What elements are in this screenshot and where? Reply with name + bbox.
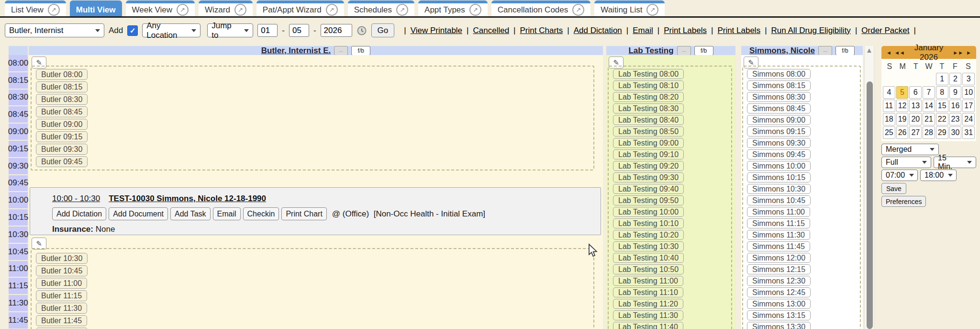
open-slot-button[interactable]: Simmons 08:30 bbox=[747, 92, 811, 102]
action-link[interactable]: Order Packet bbox=[851, 26, 910, 35]
calendar-day[interactable]: 18 bbox=[883, 113, 895, 125]
open-slot-button[interactable]: Lab Testing 11:10 bbox=[613, 287, 683, 297]
calendar-day[interactable]: 29 bbox=[936, 126, 948, 139]
open-slot-button[interactable]: Lab Testing 09:00 bbox=[613, 138, 684, 148]
provider-name-link[interactable]: Simmons, Nicole bbox=[749, 46, 815, 56]
open-slot-button[interactable]: Simmons 08:15 bbox=[747, 80, 811, 91]
zoom-select[interactable]: Full bbox=[881, 157, 931, 168]
external-link-icon[interactable]: ↗ bbox=[326, 4, 338, 16]
collapse-column-button[interactable]: – bbox=[818, 46, 832, 56]
open-slot-button[interactable]: Simmons 12:45 bbox=[747, 287, 811, 297]
external-link-icon[interactable]: ↗ bbox=[48, 4, 60, 16]
appointment-action-button[interactable]: Email bbox=[213, 207, 241, 220]
open-slot-button[interactable]: Simmons 09:45 bbox=[747, 149, 811, 159]
calendar-day[interactable]: 19 bbox=[896, 113, 909, 125]
day-end-select[interactable]: 18:00 bbox=[920, 170, 957, 181]
open-slot-button[interactable]: Simmons 10:45 bbox=[747, 195, 811, 205]
open-slot-button[interactable]: Butler 11:00 bbox=[36, 278, 87, 289]
open-slot-button[interactable]: Lab Testing 11:40 bbox=[613, 322, 683, 329]
clock-icon[interactable] bbox=[356, 25, 367, 36]
calendar-day[interactable]: 8 bbox=[936, 86, 948, 99]
external-link-icon[interactable]: ↗ bbox=[572, 4, 584, 16]
open-slot-button[interactable]: Simmons 12:00 bbox=[747, 253, 811, 263]
external-link-icon[interactable]: ↗ bbox=[396, 4, 408, 16]
open-slot-button[interactable]: Simmons 13:30 bbox=[747, 322, 811, 329]
calendar-day[interactable]: 7 bbox=[923, 86, 935, 99]
open-slot-button[interactable]: Simmons 11:30 bbox=[747, 230, 810, 240]
calendar-day[interactable]: 21 bbox=[923, 113, 935, 125]
open-slot-button[interactable]: Simmons 10:30 bbox=[747, 184, 811, 194]
appointment-action-button[interactable]: Checkin bbox=[243, 207, 279, 220]
go-button[interactable]: Go bbox=[371, 23, 395, 37]
calendar-day[interactable]: 1 bbox=[936, 73, 948, 85]
open-slot-button[interactable]: Simmons 09:00 bbox=[747, 115, 811, 125]
calendar-day[interactable]: 31 bbox=[962, 126, 975, 139]
open-slot-button[interactable]: Simmons 08:00 bbox=[747, 69, 811, 79]
tab[interactable]: Pat/Appt Wizard ↗ bbox=[256, 0, 344, 16]
prev-month-icon[interactable]: ◄◄ bbox=[893, 50, 906, 56]
preferences-button[interactable]: Preferences bbox=[881, 196, 926, 207]
calendar-day[interactable]: 3 bbox=[962, 73, 975, 85]
location-select[interactable]: Any Location bbox=[142, 23, 200, 37]
day-start-select[interactable]: 07:00 bbox=[881, 170, 918, 181]
calendar-day[interactable]: 25 bbox=[883, 126, 895, 139]
calendar-day[interactable]: 17 bbox=[962, 100, 975, 112]
open-slot-button[interactable]: Butler 08:00 bbox=[36, 69, 88, 80]
calendar-day[interactable]: 26 bbox=[896, 126, 909, 139]
open-slot-button[interactable]: Lab Testing 09:20 bbox=[613, 161, 684, 171]
open-slot-button[interactable]: Butler 09:15 bbox=[36, 131, 88, 142]
add-checkbox[interactable] bbox=[127, 25, 138, 36]
next-month-icon[interactable]: ►► bbox=[951, 50, 965, 56]
open-slot-button[interactable]: Simmons 09:30 bbox=[747, 138, 811, 148]
vertical-scrollbar[interactable]: ▲ bbox=[864, 46, 874, 329]
open-slot-button[interactable]: Lab Testing 08:30 bbox=[613, 103, 684, 113]
action-link[interactable]: Add Dictation bbox=[563, 26, 622, 35]
scrollbar-thumb[interactable] bbox=[867, 81, 873, 329]
open-slot-button[interactable]: Butler 11:30 bbox=[36, 303, 87, 314]
open-slot-button[interactable]: Lab Testing 10:50 bbox=[613, 264, 684, 274]
open-slot-button[interactable]: Simmons 10:15 bbox=[747, 172, 811, 182]
tab[interactable]: Waiting List ↗ bbox=[594, 0, 665, 16]
tab[interactable]: Multi View ↗ bbox=[70, 0, 122, 16]
open-slot-button[interactable]: Lab Testing 11:00 bbox=[613, 276, 683, 286]
appointment-action-button[interactable]: Add Document bbox=[109, 207, 168, 220]
jump-to-select[interactable]: Jump to bbox=[207, 23, 253, 37]
appointment-block[interactable]: 10:00 - 10:30 TEST-10030 Simmons, Nicole… bbox=[30, 187, 601, 235]
calendar-day[interactable]: 10 bbox=[962, 86, 975, 99]
open-slot-button[interactable]: Butler 11:45 bbox=[36, 315, 87, 326]
external-link-icon[interactable]: ↗ bbox=[469, 4, 481, 16]
date-day-input[interactable] bbox=[289, 24, 309, 37]
appointment-action-button[interactable]: Add Task bbox=[170, 207, 211, 220]
open-slot-button[interactable]: Simmons 12:30 bbox=[747, 276, 811, 286]
action-link[interactable]: Email bbox=[622, 26, 653, 35]
open-slot-button[interactable]: Lab Testing 10:40 bbox=[613, 253, 684, 263]
calendar-day[interactable]: 22 bbox=[936, 113, 948, 125]
open-slot-button[interactable]: Lab Testing 10:20 bbox=[613, 230, 684, 240]
open-slot-button[interactable]: Lab Testing 10:00 bbox=[613, 207, 684, 217]
calendar-day[interactable] bbox=[923, 73, 935, 85]
tab[interactable]: Appt Types ↗ bbox=[418, 0, 488, 16]
calendar-day[interactable]: 5 bbox=[896, 86, 909, 99]
open-slot-button[interactable]: Lab Testing 09:10 bbox=[613, 149, 684, 159]
provider-select[interactable]: Butler, Internist bbox=[5, 23, 104, 37]
calendar-day[interactable] bbox=[896, 73, 909, 85]
action-link[interactable]: Print Labels bbox=[707, 26, 760, 35]
open-slot-button[interactable]: Butler 08:30 bbox=[36, 94, 88, 105]
appointment-time-link[interactable]: 10:00 - 10:30 bbox=[52, 194, 100, 204]
fb-button[interactable]: f/b bbox=[835, 46, 855, 56]
open-slot-button[interactable]: Simmons 10:00 bbox=[747, 161, 811, 171]
calendar-day[interactable] bbox=[883, 73, 895, 85]
action-link[interactable]: View Printable bbox=[400, 26, 462, 35]
calendar-day[interactable]: 13 bbox=[909, 100, 922, 112]
tab[interactable]: Wizard ↗ bbox=[199, 0, 253, 16]
prev-year-icon[interactable]: ◄ bbox=[885, 50, 893, 56]
calendar-day[interactable]: 12 bbox=[896, 100, 909, 112]
next-year-icon[interactable]: ► bbox=[965, 50, 973, 56]
open-slot-button[interactable]: Butler 09:00 bbox=[36, 119, 88, 130]
open-slot-button[interactable]: Lab Testing 11:30 bbox=[613, 310, 683, 320]
provider-name-link[interactable]: Butler, Internist E. bbox=[261, 46, 331, 56]
calendar-day[interactable]: 20 bbox=[909, 113, 922, 125]
open-slot-button[interactable]: Butler 09:30 bbox=[36, 144, 88, 155]
calendar-day[interactable]: 24 bbox=[962, 113, 975, 125]
open-slot-button[interactable]: Simmons 11:00 bbox=[747, 207, 810, 217]
